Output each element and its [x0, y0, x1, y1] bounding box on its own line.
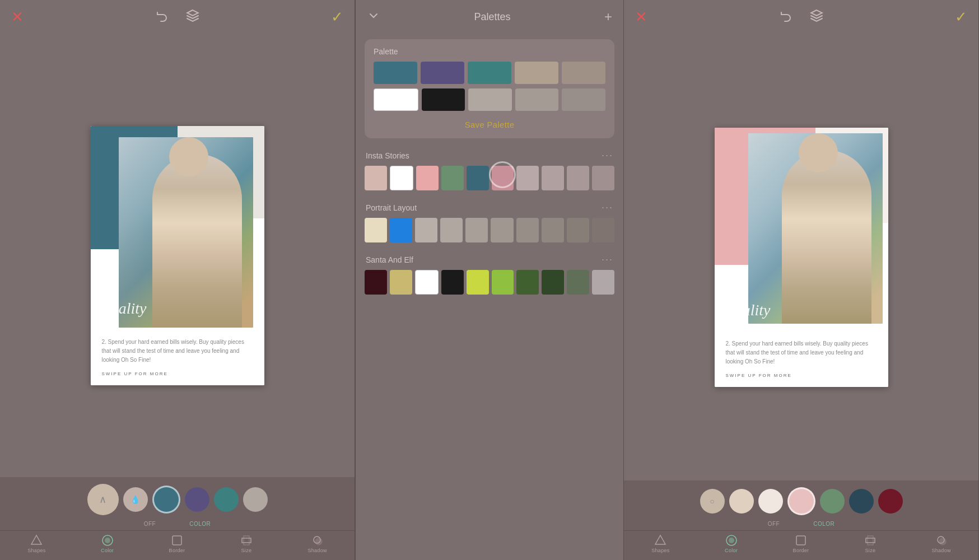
portrait-swatch-4[interactable] [440, 218, 463, 242]
right-swatch-pink-active[interactable] [787, 487, 815, 515]
santa-swatch-10[interactable] [592, 270, 614, 295]
svg-point-3 [105, 538, 110, 543]
nav-border[interactable]: Border [169, 534, 185, 553]
svg-marker-10 [655, 535, 665, 544]
right-nav-border[interactable]: Border [793, 534, 809, 553]
portrait-swatch-2[interactable] [390, 218, 412, 242]
pal-swatch-10[interactable] [562, 88, 605, 111]
right-swatch-1[interactable]: ○ [700, 489, 725, 514]
portrait-swatch-9[interactable] [567, 218, 589, 242]
shapes-icon [30, 534, 43, 547]
layers-icon[interactable] [186, 9, 199, 25]
pal-swatch-7[interactable] [422, 88, 465, 111]
right-nav-shapes[interactable]: Shapes [651, 534, 669, 553]
left-swatches: ∧ 💧 [0, 482, 355, 520]
palette-current-section: Palette Save Palette [365, 39, 614, 138]
right-swatch-maroon[interactable] [878, 489, 903, 514]
portrait-swatch-6[interactable] [491, 218, 513, 242]
portrait-header: Portrait Layout ··· [365, 197, 614, 218]
confirm-icon[interactable]: ✓ [331, 8, 343, 26]
portrait-swatch-1[interactable] [365, 218, 387, 242]
santa-dots[interactable]: ··· [602, 254, 613, 265]
right-close-icon[interactable]: ✕ [635, 8, 647, 26]
portrait-swatch-5[interactable] [465, 218, 488, 242]
portrait-title: Portrait Layout [366, 203, 417, 212]
santa-swatch-5[interactable] [467, 270, 489, 295]
save-palette-button[interactable]: Save Palette [374, 115, 605, 130]
svg-rect-13 [796, 536, 805, 545]
santa-swatch-4[interactable] [441, 270, 464, 295]
close-icon[interactable]: ✕ [11, 8, 24, 26]
right-card-text: 2. Spend your hard earned bills wisely. … [715, 329, 888, 387]
swatch-teal-active[interactable] [152, 486, 180, 514]
svg-marker-0 [187, 10, 198, 16]
nav-size[interactable]: Size [240, 534, 253, 553]
right-confirm-icon[interactable]: ✓ [955, 8, 967, 26]
pal-swatch-8[interactable] [468, 88, 512, 111]
pal-swatch-5[interactable] [562, 62, 605, 84]
santa-swatch-8[interactable] [542, 270, 564, 295]
santa-swatch-9[interactable] [567, 270, 589, 295]
insta-stories-dots[interactable]: ··· [602, 150, 613, 161]
portrait-swatch-8[interactable] [542, 218, 564, 242]
portrait-swatch-3[interactable] [415, 218, 437, 242]
insta-swatch-5[interactable] [467, 166, 489, 190]
photo-image [119, 137, 253, 328]
undo-icon[interactable] [156, 9, 169, 25]
pal-swatch-9[interactable] [515, 88, 559, 111]
santa-swatch-6[interactable] [492, 270, 514, 295]
right-swatch-2[interactable] [729, 489, 754, 514]
pal-swatch-4[interactable] [515, 62, 558, 84]
pal-swatch-3[interactable] [468, 62, 511, 84]
portrait-swatch-10[interactable] [592, 218, 614, 242]
palette-chevron-icon[interactable] [367, 9, 380, 25]
right-swatch-green[interactable] [820, 489, 845, 514]
palette-row-2 [374, 88, 605, 111]
santa-swatch-3[interactable] [415, 270, 439, 295]
insta-swatch-10[interactable] [592, 166, 614, 190]
pal-swatch-6[interactable] [374, 88, 418, 111]
nav-shapes[interactable]: Shapes [27, 534, 45, 553]
palette-add-icon[interactable]: + [604, 9, 612, 25]
palette-row-1 [374, 62, 605, 84]
nav-color[interactable]: Color [101, 534, 114, 553]
nav-shadow[interactable]: Shadow [307, 534, 327, 553]
santa-swatch-2[interactable] [390, 270, 412, 295]
portrait-swatches [365, 218, 614, 242]
right-undo-icon[interactable] [780, 9, 793, 25]
insta-swatch-2[interactable] [390, 166, 413, 190]
santa-swatch-7[interactable] [516, 270, 539, 295]
insta-swatch-8[interactable] [542, 166, 564, 190]
right-swatch-3[interactable] [758, 489, 783, 514]
pal-swatch-2[interactable] [421, 62, 464, 84]
right-cta-text: SWIPE UP FOR MORE [726, 373, 877, 378]
swatch-purple[interactable] [185, 487, 209, 512]
insta-swatch-6-selected[interactable] [492, 166, 514, 190]
insta-swatch-9[interactable] [567, 166, 589, 190]
swatch-up-arrow[interactable]: ∧ [87, 484, 119, 515]
right-swatch-navy[interactable] [849, 489, 874, 514]
right-nav-shadow[interactable]: Shadow [931, 534, 950, 553]
swatch-dark-teal[interactable] [214, 487, 239, 512]
pal-swatch-1[interactable] [374, 62, 417, 84]
right-nav-size[interactable]: Size [864, 534, 877, 553]
swatch-drop[interactable]: 💧 [123, 487, 148, 512]
right-layers-icon[interactable] [810, 9, 823, 25]
nav-shapes-label: Shapes [27, 548, 45, 553]
portrait-swatch-7[interactable] [516, 218, 539, 242]
right-nav-color[interactable]: Color [725, 534, 738, 553]
svg-rect-15 [868, 536, 873, 545]
portrait-dots[interactable]: ··· [602, 202, 613, 213]
santa-swatch-1[interactable] [365, 270, 387, 295]
swatch-taupe[interactable] [243, 487, 268, 512]
right-card: Quality 2. Spend your hard earned bills … [715, 128, 888, 387]
insta-swatch-4[interactable] [441, 166, 464, 190]
insta-stories-title: Insta Stories [366, 151, 409, 160]
right-shapes-icon [654, 534, 666, 547]
insta-swatch-3[interactable] [416, 166, 439, 190]
nav-size-label: Size [241, 548, 252, 553]
insta-swatch-1[interactable] [365, 166, 387, 190]
insta-swatch-7[interactable] [516, 166, 539, 190]
palette-content: Palette Save Palette Insta Stories ·· [356, 34, 623, 560]
right-shadow-icon [935, 534, 948, 547]
